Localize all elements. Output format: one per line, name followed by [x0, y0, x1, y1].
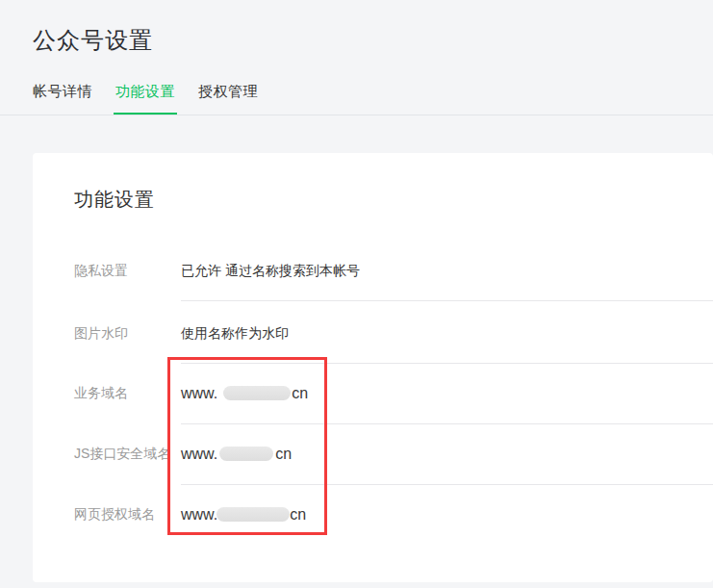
image-watermark-row: 图片水印 使用名称作为水印	[33, 323, 713, 345]
row-divider	[181, 423, 713, 424]
business-domain-row: 业务域名 www.cn	[33, 383, 713, 404]
js-api-safe-domain-label: JS接口安全域名	[74, 444, 170, 463]
redaction-blur	[219, 447, 273, 461]
tab-authorization-management[interactable]: 授权管理	[198, 82, 258, 115]
page-title: 公众号设置	[33, 25, 153, 56]
web-auth-domain-value: www.cn	[181, 504, 306, 525]
domain-prefix: www.	[181, 506, 217, 523]
function-settings-card: 功能设置 隐私设置 已允许 通过名称搜索到本帐号 图片水印 使用名称作为水印 业…	[33, 153, 713, 582]
row-divider	[181, 300, 713, 301]
tab-function-settings[interactable]: 功能设置	[115, 82, 175, 115]
redaction-blur	[216, 507, 290, 522]
card-heading: 功能设置	[74, 188, 155, 211]
business-domain-value: www.cn	[181, 383, 308, 404]
image-watermark-label: 图片水印	[74, 323, 128, 343]
domain-suffix: cn	[292, 385, 308, 401]
web-auth-domain-label: 网页授权域名	[74, 504, 155, 524]
redaction-blur	[223, 386, 291, 400]
settings-tab-bar: 帐号详情 功能设置 授权管理	[33, 82, 258, 115]
domain-suffix: cn	[290, 506, 306, 523]
privacy-settings-row: 隐私设置 已允许 通过名称搜索到本帐号	[33, 261, 713, 282]
domain-prefix: www.	[181, 385, 217, 401]
web-auth-domain-row: 网页授权域名 www.cn	[33, 504, 713, 525]
domain-prefix: www.	[181, 446, 217, 462]
privacy-settings-value: 已允许 通过名称搜索到本帐号	[181, 261, 360, 280]
js-api-safe-domain-row: JS接口安全域名 www.cn	[33, 444, 713, 465]
tab-bar-divider	[0, 115, 713, 115]
official-account-settings-page: 公众号设置 帐号详情 功能设置 授权管理 功能设置 隐私设置 已允许 通过名称搜…	[0, 0, 713, 588]
image-watermark-value: 使用名称作为水印	[181, 323, 289, 343]
tab-account-details[interactable]: 帐号详情	[33, 82, 92, 115]
privacy-settings-label: 隐私设置	[74, 261, 128, 280]
domain-suffix: cn	[275, 446, 292, 462]
business-domain-label: 业务域名	[74, 383, 128, 402]
row-divider	[181, 363, 713, 364]
row-divider	[181, 484, 713, 485]
js-api-safe-domain-value: www.cn	[181, 444, 292, 465]
